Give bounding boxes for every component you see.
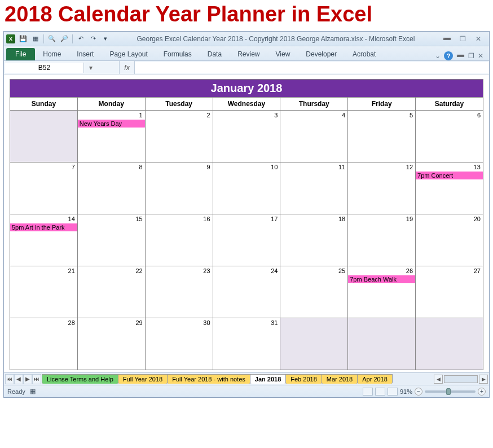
- calendar-cell[interactable]: 21: [10, 266, 78, 318]
- doc-minimize-icon[interactable]: ➖: [456, 52, 465, 60]
- calendar-cell[interactable]: 19: [348, 214, 416, 266]
- calendar-cell[interactable]: 267pm Beach Walk: [348, 266, 416, 318]
- calendar-cell[interactable]: 30: [145, 318, 213, 370]
- macro-record-icon[interactable]: ▦: [30, 388, 36, 395]
- view-page-layout-icon[interactable]: [375, 388, 385, 396]
- calendar-cell[interactable]: 24: [213, 266, 280, 318]
- calendar-cell[interactable]: 28: [10, 318, 78, 370]
- formula-input[interactable]: [135, 62, 489, 73]
- calendar-cell[interactable]: [280, 318, 348, 370]
- ribbon-tab-developer[interactable]: Developer: [298, 48, 345, 60]
- calendar-cell[interactable]: [416, 318, 483, 370]
- calendar-cell[interactable]: 10: [213, 162, 280, 214]
- calendar-cell[interactable]: 16: [145, 214, 213, 266]
- calendar-cell[interactable]: 9: [145, 162, 213, 214]
- ribbon-tab-insert[interactable]: Insert: [69, 48, 102, 60]
- tab-nav-last-icon[interactable]: ⏭: [32, 374, 41, 384]
- sheet-tab[interactable]: Full Year 2018 - with notes: [167, 374, 250, 384]
- calendar-cell[interactable]: 15: [77, 214, 145, 266]
- day-number: 17: [271, 216, 278, 222]
- calendar-cell[interactable]: 25: [280, 266, 348, 318]
- calendar-cell[interactable]: [10, 111, 78, 162]
- find-icon[interactable]: 🔍: [47, 34, 56, 43]
- calendar-day-header: Sunday: [10, 98, 78, 111]
- calendar-event[interactable]: 7pm Beach Walk: [348, 275, 415, 283]
- calendar-cell[interactable]: 1New Years Day: [77, 111, 145, 162]
- calendar-cell[interactable]: 8: [77, 162, 145, 214]
- calendar-event[interactable]: 7pm Concert: [416, 172, 483, 179]
- doc-restore-icon[interactable]: ❐: [468, 52, 474, 60]
- excel-app-icon[interactable]: X: [6, 34, 15, 43]
- calendar-cell[interactable]: 5: [348, 111, 416, 162]
- minimize-icon[interactable]: ➖: [442, 35, 452, 43]
- calendar-cell[interactable]: 31: [213, 318, 280, 370]
- close-icon[interactable]: ✕: [473, 35, 483, 43]
- replace-icon[interactable]: 🔎: [60, 34, 69, 43]
- calendar-cell[interactable]: 7: [10, 162, 78, 214]
- name-box[interactable]: B52: [5, 63, 84, 73]
- hscroll-right-icon[interactable]: ▶: [479, 375, 488, 384]
- ribbon-tab-home[interactable]: Home: [35, 48, 69, 60]
- print-icon[interactable]: ▦: [31, 34, 40, 43]
- zoom-out-icon[interactable]: −: [415, 388, 422, 396]
- calendar-cell[interactable]: 17: [213, 214, 280, 266]
- hscroll-track[interactable]: [444, 375, 478, 383]
- calendar-cell[interactable]: 22: [77, 266, 145, 318]
- save-icon[interactable]: 💾: [19, 34, 28, 43]
- sheet-tab[interactable]: Jan 2018: [250, 374, 286, 384]
- qat-dropdown-icon[interactable]: ▾: [101, 34, 110, 43]
- sheet-tab[interactable]: License Terms and Help: [42, 374, 118, 384]
- file-tab[interactable]: File: [6, 48, 35, 60]
- calendar-event[interactable]: New Years Day: [78, 120, 145, 128]
- calendar-cell[interactable]: 23: [145, 266, 213, 318]
- undo-icon[interactable]: ↶: [76, 34, 85, 43]
- zoom-in-icon[interactable]: +: [478, 388, 486, 396]
- zoom-slider[interactable]: [425, 390, 476, 393]
- tab-nav-prev-icon[interactable]: ◀: [14, 374, 23, 384]
- hscroll-left-icon[interactable]: ◀: [434, 375, 443, 384]
- calendar-cell[interactable]: 20: [416, 214, 483, 266]
- calendar-cell[interactable]: 29: [77, 318, 145, 370]
- ribbon-tab-data[interactable]: Data: [200, 48, 230, 60]
- zoom-level[interactable]: 91%: [400, 388, 412, 395]
- day-number: 7: [72, 164, 75, 170]
- fx-icon[interactable]: fx: [119, 61, 135, 74]
- restore-icon[interactable]: ❐: [457, 35, 468, 43]
- ribbon-tab-formulas[interactable]: Formulas: [156, 48, 200, 60]
- calendar-cell[interactable]: [348, 318, 416, 370]
- view-page-break-icon[interactable]: [388, 388, 398, 396]
- worksheet-area[interactable]: January 2018 SundayMondayTuesdayWednesda…: [4, 74, 489, 372]
- sheet-tab[interactable]: Full Year 2018: [118, 374, 168, 384]
- calendar-cell[interactable]: 2: [145, 111, 213, 162]
- calendar-event[interactable]: 5pm Art in the Park: [10, 223, 77, 231]
- doc-close-icon[interactable]: ✕: [478, 52, 483, 60]
- calendar-cell[interactable]: 11: [280, 162, 348, 214]
- help-icon[interactable]: ?: [444, 51, 453, 60]
- view-normal-icon[interactable]: [363, 388, 373, 396]
- sheet-tab[interactable]: Apr 2018: [357, 374, 393, 384]
- calendar-cell[interactable]: 18: [280, 214, 348, 266]
- calendar-cell[interactable]: 137pm Concert: [416, 162, 483, 214]
- day-number: 1: [139, 112, 143, 118]
- day-number: 20: [474, 216, 481, 222]
- calendar-cell[interactable]: 6: [416, 111, 483, 162]
- ribbon-tab-view[interactable]: View: [268, 48, 298, 60]
- calendar-cell[interactable]: 4: [280, 111, 348, 162]
- tab-nav-next-icon[interactable]: ▶: [23, 374, 32, 384]
- ribbon-options-icon[interactable]: ⌄: [435, 52, 441, 60]
- ribbon-tab-review[interactable]: Review: [230, 48, 267, 60]
- redo-icon[interactable]: ↷: [89, 34, 98, 43]
- calendar-cell[interactable]: 27: [416, 266, 483, 318]
- sheet-tab[interactable]: Mar 2018: [322, 374, 358, 384]
- calendar-title: January 2018: [10, 80, 483, 98]
- sheet-tab[interactable]: Feb 2018: [285, 374, 322, 384]
- tab-nav-first-icon[interactable]: ⏮: [5, 374, 14, 384]
- name-box-dropdown-icon[interactable]: ▾: [85, 64, 96, 72]
- calendar-cell[interactable]: 3: [213, 111, 280, 162]
- ribbon-tab-page-layout[interactable]: Page Layout: [102, 48, 155, 60]
- status-ready: Ready: [7, 388, 25, 395]
- excel-window: X 💾 ▦ 🔍 🔎 ↶ ↷ ▾ Georges Excel Calendar Y…: [3, 31, 490, 398]
- calendar-cell[interactable]: 145pm Art in the Park: [10, 214, 78, 266]
- calendar-cell[interactable]: 12: [348, 162, 416, 214]
- ribbon-tab-acrobat[interactable]: Acrobat: [345, 48, 384, 60]
